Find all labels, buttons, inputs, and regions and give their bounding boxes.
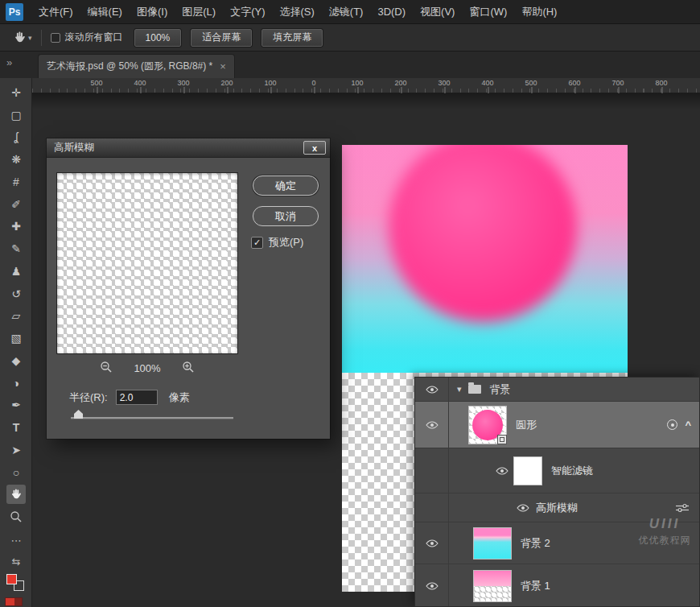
move-tool[interactable]: ✛ — [6, 83, 26, 102]
zoom-out-icon[interactable] — [100, 361, 113, 376]
layer-thumbnail[interactable] — [473, 570, 512, 602]
path-selection-tool[interactable]: ➤ — [6, 440, 26, 460]
healing-brush-tool[interactable]: ✚ — [6, 217, 26, 236]
menu-type[interactable]: 文字(Y) — [223, 0, 272, 24]
menu-layer[interactable]: 图层(L) — [175, 0, 223, 24]
scroll-all-windows-label: 滚动所有窗口 — [65, 31, 123, 44]
eraser-tool[interactable]: ▱ — [6, 306, 26, 325]
document-canvas[interactable] — [342, 145, 628, 373]
foreground-color-chip[interactable] — [6, 574, 17, 584]
menu-window[interactable]: 窗口(W) — [462, 0, 514, 24]
radius-input[interactable] — [116, 390, 158, 405]
brush-tool[interactable]: ✎ — [6, 239, 26, 258]
thumbnail-transparent-half — [474, 586, 511, 601]
gradient-tool[interactable]: ▧ — [6, 328, 26, 348]
menu-3d[interactable]: 3D(D) — [370, 0, 413, 24]
edit-toolbar-icon[interactable]: ⋯ — [6, 532, 26, 548]
crop-tool[interactable]: # — [6, 172, 26, 192]
eye-visibility-icon[interactable] — [426, 386, 439, 394]
slider-thumb[interactable] — [74, 410, 83, 419]
blur-preview-area[interactable] — [56, 172, 238, 354]
quick-selection-tool[interactable]: ❋ — [6, 150, 26, 169]
swap-colors-icon[interactable]: ⇆ — [6, 553, 26, 569]
preview-zoom-value: 100% — [134, 362, 160, 374]
foreground-background-colors[interactable] — [6, 574, 26, 593]
rectangular-marquee-tool[interactable]: ▢ — [6, 105, 26, 125]
pen-tool[interactable]: ✒ — [6, 395, 26, 415]
zoom-100-button[interactable]: 100% — [134, 29, 182, 47]
layer-group-row[interactable]: ▾ 背景 — [415, 378, 699, 402]
menu-filter[interactable]: 滤镜(T) — [322, 0, 371, 24]
eye-visibility-icon[interactable] — [426, 539, 439, 547]
smart-filters-label: 智能滤镜 — [551, 464, 593, 478]
smart-filters-row[interactable]: 智能滤镜 — [415, 448, 699, 493]
ruler-tick: 100 — [264, 79, 276, 87]
cancel-button[interactable]: 取消 — [253, 206, 319, 226]
gaussian-blur-dialog: 高斯模糊 x 确定 取消 ✓ 预览(P) 100% 半径(R): 像素 — [47, 138, 330, 439]
ruler-tick: 200 — [220, 79, 233, 87]
pink-circle-artwork — [389, 145, 577, 322]
hand-tool[interactable] — [6, 485, 26, 504]
filter-blending-options-icon[interactable] — [675, 503, 690, 513]
preset-dropdown-icon[interactable]: ▾ — [28, 34, 32, 42]
menu-edit[interactable]: 编辑(E) — [80, 0, 130, 24]
type-tool[interactable]: T — [6, 418, 26, 437]
preview-checkbox[interactable]: ✓ — [251, 237, 263, 249]
fill-screen-button[interactable]: 填充屏幕 — [261, 29, 323, 47]
filter-mask-thumbnail[interactable] — [513, 456, 542, 485]
ruler-tick: 500 — [90, 79, 102, 87]
ellipse-tool[interactable]: ○ — [6, 463, 26, 482]
fit-screen-button[interactable]: 适合屏幕 — [191, 29, 252, 47]
ruler-tick: 600 — [568, 79, 580, 87]
layer-name: 背景 2 — [521, 536, 550, 551]
eyedropper-tool[interactable]: ✐ — [6, 195, 26, 214]
group-name: 背景 — [490, 382, 511, 397]
document-tab[interactable]: 艺术海报.psd @ 50% (圆形, RGB/8#) * × — [38, 54, 235, 78]
eye-visibility-icon[interactable] — [517, 504, 529, 512]
collapse-smart-filters-icon[interactable]: ^ — [685, 419, 691, 431]
layer-name: 背景 1 — [521, 579, 550, 593]
layer-row-bg2[interactable]: 背景 2 — [415, 522, 699, 564]
ruler-tick: 400 — [481, 79, 493, 87]
ruler-tick: 800 — [655, 79, 667, 87]
dialog-close-button[interactable]: x — [303, 141, 326, 155]
quick-mask-swatch[interactable] — [5, 597, 23, 606]
zoom-in-icon[interactable] — [182, 361, 195, 376]
eye-visibility-icon[interactable] — [426, 582, 439, 590]
ruler-tick: 700 — [611, 79, 624, 87]
clone-stamp-tool[interactable]: ♟ — [6, 262, 26, 281]
smart-filter-indicator-icon[interactable] — [667, 419, 677, 430]
eye-visibility-icon[interactable] — [496, 467, 509, 475]
tab-close-icon[interactable]: × — [220, 60, 226, 72]
layer-row-circle[interactable]: 圆形 ^ — [415, 402, 699, 448]
dialog-titlebar[interactable]: 高斯模糊 — [47, 138, 330, 158]
lasso-tool[interactable]: ʆ — [6, 127, 26, 147]
photoshop-logo-icon[interactable]: Ps — [6, 3, 23, 21]
layer-thumbnail[interactable] — [468, 406, 507, 444]
menu-view[interactable]: 视图(V) — [413, 0, 462, 24]
options-bar: ▾ 滚动所有窗口 100% 适合屏幕 填充屏幕 — [0, 24, 700, 52]
panel-collapse-icon[interactable]: » — [6, 56, 12, 68]
zoom-tool[interactable] — [6, 507, 26, 526]
radius-slider[interactable] — [71, 417, 233, 419]
menu-select[interactable]: 选择(S) — [272, 0, 321, 24]
gaussian-blur-filter-row[interactable]: 高斯模糊 — [415, 493, 699, 522]
layer-name: 圆形 — [516, 418, 537, 432]
layer-row-bg1[interactable]: 背景 1 — [415, 564, 699, 607]
dodge-tool[interactable]: ◑ — [6, 374, 26, 393]
eye-visibility-icon[interactable] — [426, 421, 439, 429]
scroll-all-windows-checkbox[interactable] — [51, 33, 60, 43]
layers-panel: ▾ 背景 圆形 ^ 智能滤镜 — [414, 377, 700, 607]
menu-file[interactable]: 文件(F) — [31, 0, 80, 24]
menu-image[interactable]: 图像(I) — [130, 0, 175, 24]
hand-tool-preset-icon[interactable] — [13, 31, 27, 44]
history-brush-tool[interactable]: ↺ — [6, 284, 26, 304]
ruler-tick: 0 — [311, 79, 315, 87]
thumbnail-pink-half — [474, 571, 511, 586]
blur-tool[interactable]: ◆ — [6, 351, 26, 370]
tab-bar: » 艺术海报.psd @ 50% (圆形, RGB/8#) * × — [0, 52, 700, 78]
menu-help[interactable]: 帮助(H) — [514, 0, 564, 24]
group-expand-icon[interactable]: ▾ — [457, 384, 462, 394]
ok-button[interactable]: 确定 — [253, 175, 319, 196]
layer-thumbnail[interactable] — [473, 527, 512, 560]
